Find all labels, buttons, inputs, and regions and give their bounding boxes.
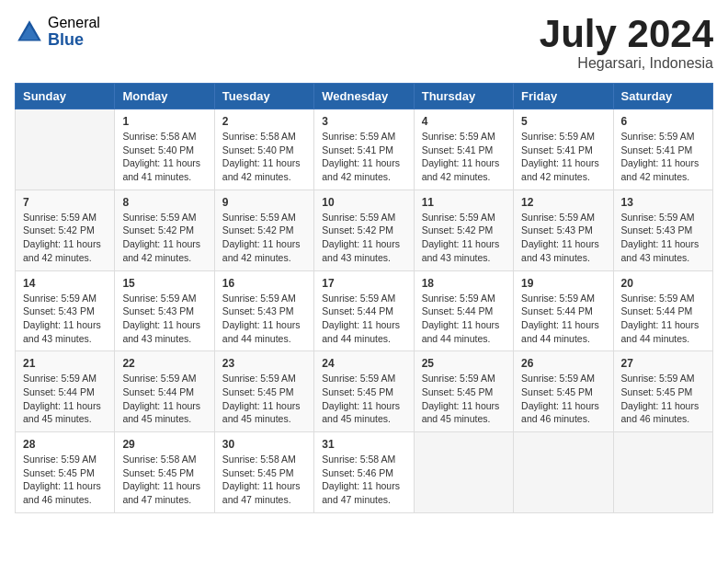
day-number: 28	[23, 438, 107, 451]
weekday-wednesday: Wednesday	[314, 84, 414, 109]
day-number: 26	[521, 357, 605, 370]
cell-info: Sunrise: 5:59 AM Sunset: 5:42 PM Dayligh…	[23, 211, 107, 265]
day-number: 7	[23, 196, 107, 209]
day-number: 16	[222, 277, 306, 290]
calendar-cell: 6 Sunrise: 5:59 AM Sunset: 5:41 PM Dayli…	[613, 109, 712, 190]
cell-info: Sunrise: 5:59 AM Sunset: 5:44 PM Dayligh…	[23, 372, 107, 426]
calendar-cell: 2 Sunrise: 5:58 AM Sunset: 5:40 PM Dayli…	[214, 109, 313, 190]
cell-info: Sunrise: 5:59 AM Sunset: 5:41 PM Dayligh…	[521, 130, 605, 184]
day-number: 31	[322, 438, 405, 451]
weekday-monday: Monday	[115, 84, 214, 109]
calendar-cell: 27 Sunrise: 5:59 AM Sunset: 5:45 PM Dayl…	[613, 351, 712, 432]
day-number: 17	[322, 277, 405, 290]
day-number: 11	[422, 196, 506, 209]
day-number: 22	[122, 357, 206, 370]
cell-info: Sunrise: 5:59 AM Sunset: 5:44 PM Dayligh…	[521, 292, 605, 346]
logo-general: General	[48, 15, 100, 31]
calendar-cell: 9 Sunrise: 5:59 AM Sunset: 5:42 PM Dayli…	[214, 190, 313, 270]
day-number: 14	[23, 277, 107, 290]
calendar-cell: 22 Sunrise: 5:59 AM Sunset: 5:44 PM Dayl…	[115, 351, 214, 432]
day-number: 19	[521, 277, 605, 290]
cell-info: Sunrise: 5:59 AM Sunset: 5:44 PM Dayligh…	[322, 292, 405, 346]
cell-info: Sunrise: 5:58 AM Sunset: 5:40 PM Dayligh…	[222, 130, 306, 184]
calendar-cell: 7 Sunrise: 5:59 AM Sunset: 5:42 PM Dayli…	[16, 190, 115, 270]
calendar-cell: 5 Sunrise: 5:59 AM Sunset: 5:41 PM Dayli…	[514, 109, 613, 190]
weekday-header-row: SundayMondayTuesdayWednesdayThursdayFrid…	[16, 84, 713, 109]
day-number: 24	[322, 357, 405, 370]
logo-icon	[15, 17, 44, 47]
calendar-cell: 16 Sunrise: 5:59 AM Sunset: 5:43 PM Dayl…	[214, 270, 313, 351]
weekday-sunday: Sunday	[16, 84, 115, 109]
cell-info: Sunrise: 5:59 AM Sunset: 5:45 PM Dayligh…	[621, 372, 705, 426]
cell-info: Sunrise: 5:58 AM Sunset: 5:46 PM Dayligh…	[322, 453, 405, 507]
weekday-tuesday: Tuesday	[214, 84, 313, 109]
day-number: 21	[23, 357, 107, 370]
calendar-cell: 10 Sunrise: 5:59 AM Sunset: 5:42 PM Dayl…	[314, 190, 414, 270]
calendar-week-1: 1 Sunrise: 5:58 AM Sunset: 5:40 PM Dayli…	[16, 109, 713, 190]
calendar-cell: 15 Sunrise: 5:59 AM Sunset: 5:43 PM Dayl…	[115, 270, 214, 351]
calendar-cell: 28 Sunrise: 5:59 AM Sunset: 5:45 PM Dayl…	[16, 432, 115, 513]
month-title: July 2024	[540, 15, 713, 53]
day-number: 13	[621, 196, 705, 209]
cell-info: Sunrise: 5:59 AM Sunset: 5:43 PM Dayligh…	[521, 211, 605, 265]
day-number: 25	[422, 357, 506, 370]
calendar-cell	[514, 432, 613, 513]
day-number: 6	[621, 115, 705, 128]
day-number: 5	[521, 115, 605, 128]
calendar-cell: 30 Sunrise: 5:58 AM Sunset: 5:45 PM Dayl…	[214, 432, 313, 513]
calendar-cell	[16, 109, 115, 190]
cell-info: Sunrise: 5:59 AM Sunset: 5:42 PM Dayligh…	[122, 211, 206, 265]
logo-text: General Blue	[48, 15, 100, 49]
calendar-cell	[613, 432, 712, 513]
day-number: 30	[222, 438, 306, 451]
calendar-cell: 13 Sunrise: 5:59 AM Sunset: 5:43 PM Dayl…	[613, 190, 712, 270]
cell-info: Sunrise: 5:59 AM Sunset: 5:41 PM Dayligh…	[621, 130, 705, 184]
cell-info: Sunrise: 5:59 AM Sunset: 5:42 PM Dayligh…	[222, 211, 306, 265]
day-number: 3	[322, 115, 405, 128]
calendar-cell: 1 Sunrise: 5:58 AM Sunset: 5:40 PM Dayli…	[115, 109, 214, 190]
day-number: 15	[122, 277, 206, 290]
cell-info: Sunrise: 5:59 AM Sunset: 5:45 PM Dayligh…	[322, 372, 405, 426]
calendar-header: SundayMondayTuesdayWednesdayThursdayFrid…	[16, 84, 713, 109]
cell-info: Sunrise: 5:59 AM Sunset: 5:45 PM Dayligh…	[422, 372, 506, 426]
day-number: 23	[222, 357, 306, 370]
header: General Blue July 2024 Hegarsari, Indone…	[15, 15, 713, 72]
day-number: 2	[222, 115, 306, 128]
calendar-cell: 23 Sunrise: 5:59 AM Sunset: 5:45 PM Dayl…	[214, 351, 313, 432]
cell-info: Sunrise: 5:58 AM Sunset: 5:45 PM Dayligh…	[122, 453, 206, 507]
calendar-cell: 19 Sunrise: 5:59 AM Sunset: 5:44 PM Dayl…	[514, 270, 613, 351]
location: Hegarsari, Indonesia	[540, 55, 713, 72]
cell-info: Sunrise: 5:58 AM Sunset: 5:45 PM Dayligh…	[222, 453, 306, 507]
day-number: 9	[222, 196, 306, 209]
day-number: 27	[621, 357, 705, 370]
cell-info: Sunrise: 5:59 AM Sunset: 5:45 PM Dayligh…	[521, 372, 605, 426]
calendar-week-2: 7 Sunrise: 5:59 AM Sunset: 5:42 PM Dayli…	[16, 190, 713, 270]
cell-info: Sunrise: 5:59 AM Sunset: 5:43 PM Dayligh…	[621, 211, 705, 265]
calendar-table: SundayMondayTuesdayWednesdayThursdayFrid…	[15, 83, 713, 513]
weekday-friday: Friday	[514, 84, 613, 109]
title-area: July 2024 Hegarsari, Indonesia	[540, 15, 713, 72]
calendar-cell: 3 Sunrise: 5:59 AM Sunset: 5:41 PM Dayli…	[314, 109, 414, 190]
cell-info: Sunrise: 5:58 AM Sunset: 5:40 PM Dayligh…	[122, 130, 206, 184]
weekday-thursday: Thursday	[414, 84, 513, 109]
calendar-week-5: 28 Sunrise: 5:59 AM Sunset: 5:45 PM Dayl…	[16, 432, 713, 513]
day-number: 1	[122, 115, 206, 128]
cell-info: Sunrise: 5:59 AM Sunset: 5:45 PM Dayligh…	[23, 453, 107, 507]
calendar-cell: 4 Sunrise: 5:59 AM Sunset: 5:41 PM Dayli…	[414, 109, 513, 190]
calendar-cell: 21 Sunrise: 5:59 AM Sunset: 5:44 PM Dayl…	[16, 351, 115, 432]
cell-info: Sunrise: 5:59 AM Sunset: 5:42 PM Dayligh…	[422, 211, 506, 265]
calendar-cell: 20 Sunrise: 5:59 AM Sunset: 5:44 PM Dayl…	[613, 270, 712, 351]
calendar-week-4: 21 Sunrise: 5:59 AM Sunset: 5:44 PM Dayl…	[16, 351, 713, 432]
calendar-cell: 18 Sunrise: 5:59 AM Sunset: 5:44 PM Dayl…	[414, 270, 513, 351]
calendar-cell: 31 Sunrise: 5:58 AM Sunset: 5:46 PM Dayl…	[314, 432, 414, 513]
cell-info: Sunrise: 5:59 AM Sunset: 5:41 PM Dayligh…	[422, 130, 506, 184]
cell-info: Sunrise: 5:59 AM Sunset: 5:45 PM Dayligh…	[222, 372, 306, 426]
day-number: 8	[122, 196, 206, 209]
cell-info: Sunrise: 5:59 AM Sunset: 5:44 PM Dayligh…	[621, 292, 705, 346]
day-number: 20	[621, 277, 705, 290]
calendar-cell: 24 Sunrise: 5:59 AM Sunset: 5:45 PM Dayl…	[314, 351, 414, 432]
cell-info: Sunrise: 5:59 AM Sunset: 5:44 PM Dayligh…	[422, 292, 506, 346]
day-number: 18	[422, 277, 506, 290]
calendar-cell: 29 Sunrise: 5:58 AM Sunset: 5:45 PM Dayl…	[115, 432, 214, 513]
calendar-cell	[414, 432, 513, 513]
